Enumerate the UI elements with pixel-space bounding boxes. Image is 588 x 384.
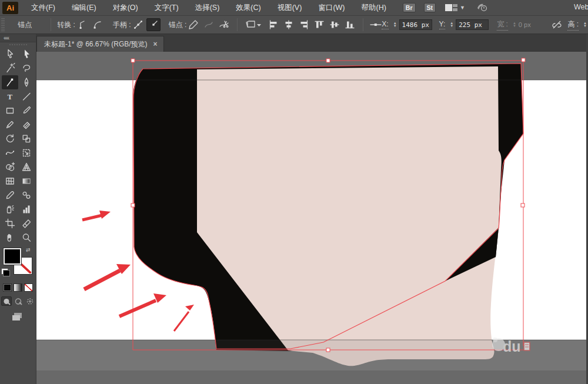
remove-anchor-button[interactable] bbox=[186, 18, 201, 31]
connect-path-button[interactable] bbox=[202, 18, 216, 31]
collapse-panel-button[interactable]: «« bbox=[0, 34, 36, 42]
document-tab[interactable]: 未标题-1* @ 66.67% (RGB/预览) × bbox=[36, 36, 164, 52]
lasso-tool[interactable] bbox=[18, 61, 35, 75]
direct-selection-tool[interactable] bbox=[18, 47, 35, 61]
artboard-tool[interactable] bbox=[2, 216, 18, 231]
width-label: 宽 : bbox=[497, 19, 508, 31]
x-label: X: bbox=[382, 20, 388, 29]
none-button[interactable] bbox=[24, 283, 33, 292]
width-tool[interactable] bbox=[2, 146, 18, 160]
align-right-button[interactable] bbox=[297, 18, 311, 31]
tab-close-icon[interactable]: × bbox=[153, 40, 158, 48]
eraser-tool[interactable] bbox=[18, 118, 35, 132]
menu-select[interactable]: 选择(S) bbox=[187, 0, 228, 16]
align-to-selector[interactable] bbox=[243, 18, 261, 31]
svg-text:T: T bbox=[7, 92, 12, 101]
menu-help[interactable]: 帮助(H) bbox=[353, 0, 395, 16]
bbox-anchor bbox=[522, 58, 525, 62]
mesh-tool[interactable] bbox=[2, 174, 18, 188]
tools-panel: «« T ⇄ bbox=[0, 34, 36, 384]
menu-file[interactable]: 文件(F) bbox=[23, 0, 64, 16]
control-bar: 锚点 转换 : 手柄 : 锚点 : bbox=[0, 16, 588, 34]
touch-workspace-icon[interactable] bbox=[476, 2, 487, 14]
width-stepper: ▲▼ bbox=[513, 22, 516, 28]
draw-normal-mode[interactable] bbox=[1, 296, 12, 306]
bbox-anchor bbox=[131, 203, 135, 207]
free-transform-tool[interactable] bbox=[18, 146, 35, 160]
width-value: 0 px bbox=[519, 21, 544, 28]
pen-tool[interactable] bbox=[18, 75, 35, 89]
screen-mode-button[interactable] bbox=[0, 312, 36, 321]
separator bbox=[363, 18, 363, 31]
zoom-tool[interactable] bbox=[18, 231, 35, 245]
menu-object[interactable]: 对象(O) bbox=[105, 0, 146, 16]
line-segment-tool[interactable] bbox=[18, 89, 35, 103]
menu-type[interactable]: 文字(T) bbox=[146, 0, 187, 16]
scale-tool[interactable] bbox=[18, 132, 35, 146]
document-tab-bar: 未标题-1* @ 66.67% (RGB/预览) × bbox=[36, 34, 588, 52]
bbox-anchor bbox=[131, 59, 135, 62]
fill-color-swatch[interactable] bbox=[4, 248, 21, 265]
symbol-sprayer-tool[interactable] bbox=[2, 202, 18, 216]
panel-grip[interactable] bbox=[1, 18, 5, 31]
canvas-area[interactable]: du bbox=[36, 52, 588, 384]
align-left-button[interactable] bbox=[266, 18, 280, 31]
gradient-button[interactable] bbox=[14, 283, 22, 292]
gradient-tool[interactable] bbox=[18, 174, 35, 188]
convert-to-smooth-button[interactable] bbox=[91, 18, 105, 31]
bbox-anchor bbox=[326, 348, 330, 352]
x-stepper[interactable]: ▲▼ bbox=[393, 22, 397, 28]
isolate-selected-button[interactable] bbox=[369, 18, 382, 31]
y-stepper[interactable]: ▲▼ bbox=[450, 22, 453, 28]
hand-tool[interactable] bbox=[2, 231, 18, 245]
align-center-button[interactable] bbox=[282, 18, 296, 31]
hide-handles-button[interactable] bbox=[146, 18, 161, 31]
menu-effect[interactable]: 效果(C) bbox=[228, 0, 269, 16]
convert-to-corner-button[interactable] bbox=[75, 18, 89, 31]
align-top-button[interactable] bbox=[312, 18, 326, 31]
column-graph-tool[interactable] bbox=[18, 202, 35, 216]
illustrator-logo: Ai bbox=[2, 2, 18, 14]
chevron-down-icon: ▼ bbox=[460, 5, 465, 11]
pencil-tool[interactable] bbox=[2, 118, 18, 132]
align-middle-button[interactable] bbox=[328, 18, 342, 31]
shape-builder-tool[interactable] bbox=[2, 160, 18, 174]
magic-wand-tool[interactable] bbox=[2, 61, 18, 75]
type-tool[interactable]: T bbox=[2, 89, 18, 103]
convert-label: 转换 : bbox=[57, 20, 75, 30]
eyedropper-tool[interactable] bbox=[2, 188, 18, 202]
draw-inside-mode[interactable] bbox=[25, 296, 35, 306]
menu-edit[interactable]: 编辑(E) bbox=[64, 0, 105, 16]
separator bbox=[51, 18, 51, 31]
height-stepper[interactable]: ▲▼ bbox=[583, 22, 587, 28]
rectangle-tool[interactable] bbox=[2, 103, 18, 118]
workspace-switcher-icon[interactable]: ▼ bbox=[445, 4, 465, 12]
anchor-ops-label: 锚点 : bbox=[169, 20, 187, 30]
align-bottom-button[interactable] bbox=[343, 18, 357, 31]
bridge-button[interactable]: Br bbox=[403, 3, 416, 13]
y-input[interactable] bbox=[456, 19, 489, 30]
menu-window[interactable]: 窗口(W) bbox=[310, 0, 353, 16]
anchor-point-tool[interactable] bbox=[2, 75, 18, 89]
panel-drag-handle[interactable] bbox=[0, 42, 36, 47]
perspective-grid-tool[interactable] bbox=[18, 160, 35, 174]
show-handles-button[interactable] bbox=[131, 18, 145, 31]
cut-path-button[interactable] bbox=[217, 18, 231, 31]
rotate-tool[interactable] bbox=[2, 132, 18, 146]
menu-view[interactable]: 视图(V) bbox=[269, 0, 310, 16]
color-button[interactable] bbox=[3, 283, 12, 292]
workspace-name-label[interactable]: Web bbox=[574, 3, 588, 11]
stock-button[interactable]: St bbox=[424, 3, 436, 13]
paintbrush-tool[interactable] bbox=[18, 103, 35, 118]
blend-tool[interactable] bbox=[18, 188, 35, 202]
draw-behind-mode[interactable] bbox=[13, 296, 24, 306]
default-colors-icon[interactable] bbox=[1, 268, 8, 275]
x-input[interactable] bbox=[399, 19, 432, 30]
selection-tool[interactable] bbox=[2, 47, 18, 61]
y-label: Y: bbox=[439, 20, 446, 29]
canvas-artwork: du bbox=[36, 52, 588, 384]
anchor-panel-label: 锚点 bbox=[18, 20, 32, 30]
slice-tool[interactable] bbox=[18, 216, 35, 231]
swap-fill-stroke-icon[interactable]: ⇄ bbox=[26, 247, 31, 253]
unlink-dimensions-icon[interactable] bbox=[550, 18, 563, 31]
